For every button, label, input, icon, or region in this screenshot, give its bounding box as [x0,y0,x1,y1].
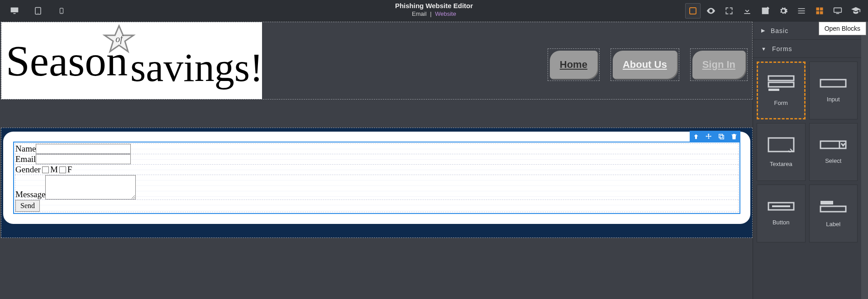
sub-website[interactable]: Website [435,10,456,17]
send-button[interactable]: Send [15,200,40,212]
fullscreen-icon[interactable] [721,3,737,19]
block-label[interactable]: Label [809,185,858,242]
gender-f-checkbox[interactable] [59,166,66,173]
form-row-name[interactable]: Name [15,143,739,154]
block-input-label: Input [827,96,840,103]
svg-rect-24 [820,201,833,204]
gender-label: Gender [15,165,41,175]
block-input[interactable]: Input [809,62,858,119]
gender-f-label: F [67,165,72,175]
app-title: Phishing Website Editor [395,2,473,9]
svg-rect-17 [768,89,779,91]
form-row-message[interactable]: Message [15,175,739,200]
svg-rect-16 [768,82,794,87]
block-grid: Form Input Textarea Select Button [753,58,861,246]
email-label: Email [15,154,36,164]
tooltip: Open Blocks [819,22,866,35]
name-label: Name [15,144,36,154]
download-icon[interactable] [739,3,755,19]
banner-season: Season [6,37,128,85]
device-group [0,6,67,15]
form-row-send[interactable]: Send [15,200,739,212]
svg-rect-18 [820,80,846,87]
preview-icon[interactable] [703,3,719,19]
delete-icon[interactable] [728,131,740,142]
banner-savings: savings! [130,46,262,90]
selection-toolbar [690,131,740,142]
block-label-label: Label [826,221,840,228]
gender-m-checkbox[interactable] [42,166,49,173]
nav-signin-button[interactable]: Sign In [692,51,745,79]
svg-rect-7 [820,8,823,11]
block-button[interactable]: Button [757,185,806,242]
desktop-icon[interactable] [9,6,20,15]
nav-about-button[interactable]: About Us [613,51,677,79]
name-input[interactable] [36,144,131,154]
select-parent-icon[interactable] [690,131,702,142]
svg-rect-6 [816,8,820,11]
svg-rect-10 [834,8,842,12]
sub-pipe: | [430,10,431,17]
section-forms[interactable]: ▼ Forms [753,40,861,58]
copy-icon[interactable] [715,131,728,142]
svg-rect-0 [11,8,19,13]
move-icon[interactable] [702,131,715,142]
section-forms-label: Forms [772,45,792,52]
message-label: Message [15,190,45,199]
devices-icon[interactable] [830,3,845,19]
svg-point-3 [38,13,38,14]
form-row-gender[interactable]: Gender M F [15,165,739,175]
banner-image[interactable]: of Season savings! [1,22,262,99]
tool-group [685,3,868,19]
form-row-email[interactable]: Email [15,154,739,165]
graduation-icon[interactable] [848,3,863,19]
svg-rect-25 [820,206,846,212]
message-textarea[interactable] [45,175,136,199]
canvas[interactable]: of Season savings! Home About Us [0,22,753,299]
svg-rect-23 [772,205,790,207]
svg-rect-11 [836,13,839,14]
outline-toggle[interactable] [685,3,701,19]
block-select-label: Select [825,157,841,164]
block-button-label: Button [773,219,790,226]
block-form-label: Form [774,100,788,106]
svg-rect-8 [816,11,820,14]
blocks-icon[interactable] [812,3,827,19]
form-card[interactable]: Name Email Gender M [3,132,750,224]
nav-cell-about[interactable]: About Us [610,48,679,81]
form-body[interactable]: Name Email Gender M [14,142,739,213]
topbar: Phishing Website Editor Email | Website [0,0,868,22]
block-textarea[interactable]: Textarea [757,123,806,181]
app-subtitle: Email | Website [395,10,473,17]
square-icon [689,7,696,14]
block-form[interactable]: Form [757,62,806,119]
page-header-row[interactable]: of Season savings! Home About Us [1,22,753,100]
svg-point-5 [61,13,62,13]
svg-rect-13 [720,135,724,139]
caret-down-icon: ▼ [761,46,767,52]
blue-section[interactable]: Name Email Gender M [1,128,753,238]
nav-cell-home[interactable]: Home [548,48,600,81]
save-brush-icon[interactable] [758,3,773,19]
scrollbar[interactable] [861,22,868,299]
main: of Season savings! Home About Us [0,22,868,299]
nav-area[interactable]: Home About Us Sign In [262,22,752,99]
menu-icon[interactable] [794,3,809,19]
caret-right-icon: ▶ [761,28,765,33]
email-input[interactable] [36,154,131,164]
gear-icon[interactable] [776,3,791,19]
gender-m-label: M [50,165,58,175]
nav-home-button[interactable]: Home [550,51,597,79]
block-textarea-label: Textarea [770,161,792,167]
nav-cell-signin[interactable]: Sign In [690,48,748,81]
mobile-icon[interactable] [56,6,67,15]
svg-rect-9 [820,11,823,14]
title-area: Phishing Website Editor Email | Website [395,2,473,17]
section-basic-label: Basic [771,27,788,34]
block-select[interactable]: Select [809,123,858,181]
sub-email[interactable]: Email [412,10,427,17]
svg-rect-1 [14,13,16,14]
selected-form[interactable]: Name Email Gender M [13,142,740,214]
tablet-icon[interactable] [33,6,43,15]
svg-rect-14 [719,134,723,138]
